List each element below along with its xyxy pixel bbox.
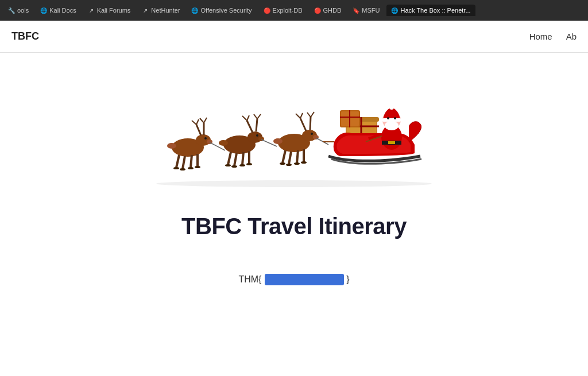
flag-blurred-value bbox=[265, 274, 344, 285]
nethunter-favicon: ↗ bbox=[142, 7, 149, 14]
offensive-security-favicon: 🌐 bbox=[191, 7, 198, 14]
svg-point-17 bbox=[195, 166, 200, 168]
svg-line-8 bbox=[200, 118, 204, 123]
svg-line-47 bbox=[310, 117, 311, 130]
svg-point-3 bbox=[204, 137, 207, 139]
svg-point-43 bbox=[311, 133, 313, 135]
tab-tools-label: ools bbox=[17, 7, 29, 14]
svg-line-51 bbox=[289, 152, 291, 164]
svg-line-46 bbox=[300, 113, 303, 118]
nav-links: Home Ab bbox=[529, 32, 577, 41]
nav-bar: TBFC Home Ab bbox=[0, 21, 588, 53]
svg-line-50 bbox=[283, 150, 285, 163]
tab-tools[interactable]: 🔧 ools bbox=[3, 5, 33, 16]
msfu-favicon: 🔖 bbox=[353, 7, 359, 14]
nav-about-link[interactable]: Ab bbox=[566, 32, 577, 41]
page-title: TBFC Travel Itinerary bbox=[181, 214, 407, 239]
kali-docs-favicon: 🌐 bbox=[40, 7, 47, 14]
tab-exploit-db[interactable]: 🔴 Exploit-DB bbox=[259, 5, 307, 16]
svg-line-10 bbox=[176, 155, 179, 168]
svg-line-44 bbox=[300, 118, 306, 131]
tab-kali-docs[interactable]: 🌐 Kali Docs bbox=[36, 5, 80, 16]
svg-point-38 bbox=[219, 140, 228, 146]
tab-hackthebox-label: Hack The Box :: Penetr... bbox=[400, 7, 470, 14]
tab-ghdb-label: GHDB bbox=[323, 7, 342, 14]
flag-prefix: THM{ bbox=[238, 274, 261, 285]
svg-point-56 bbox=[294, 162, 300, 165]
tab-offensive-security-label: Offensive Security bbox=[200, 7, 252, 14]
main-content: TBFC Travel Itinerary THM{ } bbox=[0, 53, 588, 376]
nav-home-link[interactable]: Home bbox=[529, 32, 552, 41]
svg-point-55 bbox=[286, 164, 292, 166]
svg-point-34 bbox=[225, 164, 231, 166]
svg-line-49 bbox=[311, 112, 314, 117]
svg-line-28 bbox=[254, 114, 257, 119]
flag-suffix: } bbox=[346, 274, 349, 285]
svg-point-58 bbox=[273, 138, 283, 144]
tab-msfu-label: MSFU bbox=[362, 7, 380, 14]
ghdb-favicon: 🔴 bbox=[314, 7, 321, 14]
svg-line-6 bbox=[196, 119, 199, 125]
svg-line-24 bbox=[247, 121, 253, 133]
svg-line-32 bbox=[242, 152, 243, 165]
svg-line-31 bbox=[234, 153, 237, 166]
svg-line-29 bbox=[257, 114, 261, 119]
svg-rect-71 bbox=[388, 141, 395, 144]
svg-line-52 bbox=[297, 150, 298, 163]
svg-line-26 bbox=[247, 115, 249, 121]
browser-tab-bar: 🔧 ools 🌐 Kali Docs ↗ Kali Forums ↗ NetHu… bbox=[0, 0, 588, 21]
svg-point-14 bbox=[173, 167, 179, 169]
svg-point-36 bbox=[239, 164, 245, 166]
tools-favicon: 🔧 bbox=[8, 7, 15, 14]
svg-line-25 bbox=[242, 116, 247, 121]
svg-line-11 bbox=[183, 156, 185, 169]
tab-kali-docs-label: Kali Docs bbox=[49, 7, 76, 14]
svg-line-9 bbox=[204, 118, 207, 123]
tab-exploit-db-label: Exploit-DB bbox=[273, 7, 303, 14]
tab-ghdb[interactable]: 🔴 GHDB bbox=[310, 5, 346, 16]
tab-offensive-security[interactable]: 🌐 Offensive Security bbox=[187, 5, 256, 16]
kali-forums-favicon: ↗ bbox=[88, 7, 95, 14]
svg-point-23 bbox=[256, 134, 258, 137]
svg-point-77 bbox=[394, 117, 396, 119]
svg-line-30 bbox=[228, 152, 231, 165]
exploit-db-favicon: 🔴 bbox=[264, 7, 270, 14]
svg-point-16 bbox=[188, 167, 194, 169]
svg-point-74 bbox=[389, 105, 394, 110]
svg-line-27 bbox=[256, 119, 257, 131]
sleigh-illustration bbox=[150, 87, 438, 191]
svg-line-4 bbox=[196, 125, 201, 135]
svg-line-12 bbox=[191, 155, 192, 168]
flag-container: THM{ } bbox=[238, 274, 349, 285]
svg-point-15 bbox=[180, 168, 185, 170]
site-logo: TBFC bbox=[11, 30, 39, 42]
svg-point-81 bbox=[156, 180, 432, 187]
svg-point-57 bbox=[301, 161, 307, 164]
svg-point-35 bbox=[231, 165, 237, 168]
svg-point-76 bbox=[387, 117, 389, 119]
svg-line-5 bbox=[192, 121, 196, 125]
tab-hackthebox[interactable]: 🌐 Hack The Box :: Penetr... bbox=[386, 5, 475, 16]
tab-kali-forums-label: Kali Forums bbox=[97, 7, 131, 14]
tab-kali-forums[interactable]: ↗ Kali Forums bbox=[83, 5, 136, 16]
svg-point-54 bbox=[280, 162, 285, 165]
hackthebox-favicon: 🌐 bbox=[391, 7, 398, 14]
svg-line-45 bbox=[296, 114, 300, 118]
tab-nethunter-label: NetHunter bbox=[151, 7, 180, 14]
sleigh-svg bbox=[150, 87, 438, 191]
svg-point-37 bbox=[246, 163, 252, 165]
svg-point-75 bbox=[385, 121, 399, 130]
svg-point-18 bbox=[167, 143, 176, 149]
tab-nethunter[interactable]: ↗ NetHunter bbox=[137, 5, 184, 16]
svg-line-48 bbox=[307, 113, 311, 117]
tab-msfu[interactable]: 🔖 MSFU bbox=[348, 5, 384, 16]
